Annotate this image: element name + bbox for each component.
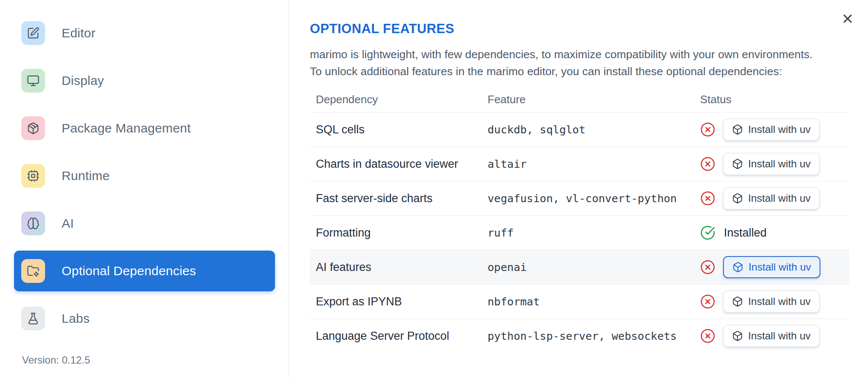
- feature-packages: python-lsp-server, websockets: [482, 330, 694, 342]
- package-icon: [732, 158, 743, 169]
- monitor-icon: [21, 69, 45, 93]
- sidebar-item-label: Editor: [62, 26, 96, 40]
- sidebar-item-label: Labs: [62, 311, 90, 326]
- feature-packages: nbformat: [482, 295, 694, 308]
- intro-line-1: marimo is lightweight, with few dependen…: [310, 46, 868, 63]
- close-icon[interactable]: [840, 11, 855, 26]
- circle-x-icon: [700, 122, 715, 137]
- dependency-name: Export as IPYNB: [310, 295, 482, 308]
- sidebar-item-label: AI: [62, 216, 74, 231]
- install-with-uv-button[interactable]: Install with uv: [723, 256, 820, 278]
- feature-packages: openai: [482, 261, 694, 274]
- package-icon: [732, 193, 743, 204]
- intro-text: marimo is lightweight, with few dependen…: [310, 46, 868, 80]
- circle-x-icon: [700, 260, 715, 275]
- package-icon: [732, 330, 743, 341]
- package-icon: [732, 124, 743, 135]
- table-row: Export as IPYNB nbformat Install with uv: [310, 285, 849, 319]
- circle-x-icon: [700, 191, 715, 206]
- install-with-uv-button[interactable]: Install with uv: [723, 187, 820, 209]
- settings-sidebar: Editor Display Package Management Runtim…: [0, 0, 289, 378]
- sidebar-item-runtime[interactable]: Runtime: [14, 155, 275, 196]
- package-icon: [732, 262, 743, 273]
- feature-packages: altair: [482, 158, 694, 170]
- table-row: Charts in datasource viewer altair Insta…: [310, 147, 849, 181]
- version-text: Version: 0.12.5: [22, 354, 90, 366]
- table-row: Language Server Protocol python-lsp-serv…: [310, 319, 849, 353]
- dependency-name: Charts in datasource viewer: [310, 158, 482, 171]
- sidebar-item-label: Package Management: [62, 121, 191, 135]
- column-header-dependency: Dependency: [310, 93, 482, 106]
- install-button-label: Install with uv: [749, 261, 811, 273]
- square-pen-icon: [21, 21, 45, 45]
- install-with-uv-button[interactable]: Install with uv: [723, 118, 820, 141]
- dependency-name: Formatting: [310, 226, 482, 240]
- install-with-uv-button[interactable]: Install with uv: [723, 291, 820, 313]
- dependency-name: Fast server-side charts: [310, 192, 482, 205]
- install-with-uv-button[interactable]: Install with uv: [723, 325, 820, 347]
- folder-cog-icon: [21, 259, 45, 283]
- sidebar-item-label: Runtime: [62, 169, 110, 183]
- package-icon: [732, 296, 743, 307]
- circle-check-icon: [700, 225, 715, 240]
- sidebar-item-optional-dependencies[interactable]: Optional Dependencies: [14, 251, 275, 291]
- feature-packages: duckdb, sqlglot: [482, 123, 694, 136]
- install-button-label: Install with uv: [748, 296, 811, 307]
- table-row: SQL cells duckdb, sqlglot Install with u…: [310, 113, 849, 147]
- sidebar-item-labs[interactable]: Labs: [14, 298, 275, 339]
- circle-x-icon: [700, 294, 715, 309]
- feature-packages: ruff: [482, 226, 694, 239]
- sidebar-item-ai[interactable]: AI: [14, 203, 275, 244]
- flask-icon: [21, 307, 45, 330]
- cpu-icon: [21, 164, 45, 188]
- settings-dialog: Editor Display Package Management Runtim…: [0, 0, 868, 378]
- install-with-uv-button[interactable]: Install with uv: [723, 153, 820, 175]
- column-header-status: Status: [694, 93, 849, 106]
- sidebar-item-package-management[interactable]: Package Management: [14, 108, 275, 149]
- circle-x-icon: [700, 156, 715, 172]
- page-title: OPTIONAL FEATURES: [310, 21, 868, 37]
- feature-packages: vegafusion, vl-convert-python: [482, 192, 694, 205]
- install-button-label: Install with uv: [748, 124, 811, 135]
- optional-features-panel: OPTIONAL FEATURES marimo is lightweight,…: [289, 0, 868, 378]
- intro-line-2: To unlock additional features in the mar…: [310, 63, 868, 80]
- sidebar-item-display[interactable]: Display: [14, 60, 275, 101]
- dependency-name: Language Server Protocol: [310, 330, 482, 343]
- dependencies-table: Dependency Feature Status SQL cells duck…: [310, 87, 849, 353]
- dependency-name: AI features: [310, 261, 482, 274]
- column-header-feature: Feature: [482, 93, 694, 106]
- table-row: Formatting ruff Installed: [310, 216, 849, 250]
- table-row: AI features openai Install with uv: [310, 250, 849, 285]
- table-row: Fast server-side charts vegafusion, vl-c…: [310, 181, 849, 216]
- sidebar-item-label: Optional Dependencies: [62, 264, 196, 278]
- brain-icon: [21, 212, 45, 235]
- sidebar-item-editor[interactable]: Editor: [14, 13, 275, 54]
- sidebar-item-label: Display: [62, 73, 104, 88]
- table-header-row: Dependency Feature Status: [310, 87, 849, 113]
- package-icon: [21, 116, 45, 140]
- install-button-label: Install with uv: [748, 192, 811, 204]
- install-button-label: Install with uv: [748, 330, 811, 342]
- install-button-label: Install with uv: [748, 158, 811, 170]
- dependency-name: SQL cells: [310, 123, 482, 136]
- circle-x-icon: [700, 328, 715, 344]
- installed-status-text: Installed: [724, 226, 767, 240]
